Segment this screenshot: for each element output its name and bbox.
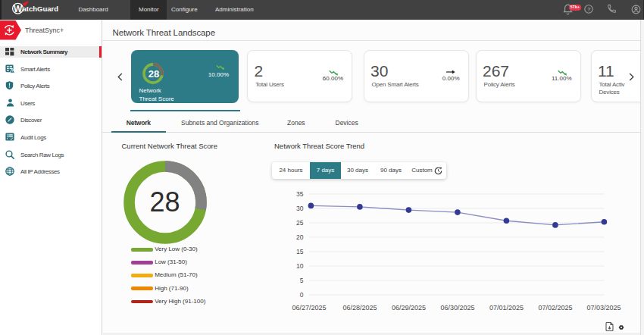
svg-text:35: 35 bbox=[296, 190, 304, 198]
svg-text:5: 5 bbox=[300, 277, 304, 284]
svg-text:15: 15 bbox=[296, 248, 304, 255]
svg-text:?: ? bbox=[587, 6, 591, 13]
svg-text:25: 25 bbox=[296, 219, 304, 227]
svg-text:30: 30 bbox=[296, 205, 304, 212]
svg-text:07/01/2025: 07/01/2025 bbox=[489, 304, 524, 312]
svg-text:06/27/2025: 06/27/2025 bbox=[292, 304, 326, 312]
svg-text:atchGuard: atchGuard bbox=[23, 5, 59, 13]
svg-text:10: 10 bbox=[296, 262, 304, 270]
svg-text:06/30/2025: 06/30/2025 bbox=[440, 304, 474, 312]
svg-text:0: 0 bbox=[300, 291, 304, 299]
svg-text:06/29/2025: 06/29/2025 bbox=[392, 304, 426, 312]
svg-text:20: 20 bbox=[296, 233, 304, 241]
svg-text:W: W bbox=[14, 4, 23, 14]
svg-text:06/28/2025: 06/28/2025 bbox=[342, 304, 377, 312]
svg-text:07/03/2025: 07/03/2025 bbox=[586, 304, 621, 312]
svg-text:07/02/2025: 07/02/2025 bbox=[538, 304, 572, 312]
